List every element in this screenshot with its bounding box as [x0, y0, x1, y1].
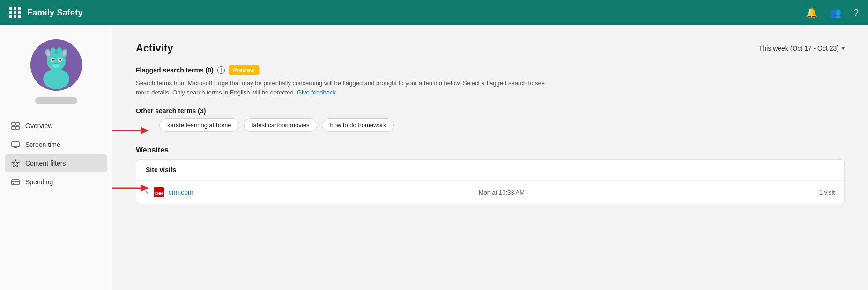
topbar: Family Safety 🔔 👥 ? [0, 0, 868, 25]
give-feedback-link[interactable]: Give feedback [297, 89, 336, 96]
sidebar-spending-label: Spending [25, 178, 53, 186]
svg-marker-28 [141, 127, 149, 134]
help-icon[interactable]: ? [853, 7, 859, 18]
nav-items: Overview Screen time [0, 117, 112, 192]
content-area: Activity This week (Oct 17 - Oct 23) ▾ F… [112, 25, 868, 290]
content-filters-icon [11, 159, 20, 167]
username-blur [35, 97, 77, 104]
svg-point-16 [57, 47, 62, 54]
chevron-down-icon: ▾ [842, 45, 845, 51]
grid-icon[interactable] [9, 7, 21, 18]
app-title: Family Safety [27, 8, 83, 18]
websites-section: Websites Site visits › CNN cnn.com Mon a… [136, 146, 845, 204]
websites-title: Websites [136, 146, 845, 154]
activity-title: Activity [136, 42, 173, 54]
sidebar: Overview Screen time [0, 25, 112, 290]
activity-header: Activity This week (Oct 17 - Oct 23) ▾ [136, 42, 845, 54]
overview-icon [11, 122, 20, 130]
cnn-favicon: CNN [154, 187, 164, 197]
other-search-label: Other search terms (3) [136, 107, 845, 115]
other-search-label-text: Other search terms (3) [136, 107, 206, 115]
search-tag-0[interactable]: karate learning at home [159, 118, 239, 132]
flagged-label-text: Flagged search terms (0) [136, 66, 214, 74]
week-label: This week (Oct 17 - Oct 23) [759, 44, 839, 52]
avatar [30, 39, 82, 91]
other-search-section: Other search terms (3) karate learning a… [136, 107, 845, 132]
screen-time-icon [11, 140, 20, 149]
svg-point-13 [52, 64, 60, 68]
avatar-illustration [30, 39, 82, 91]
bell-icon[interactable]: 🔔 [806, 7, 817, 18]
table-row: › CNN cnn.com Mon at 10:33 AM 1 visit [136, 181, 844, 204]
site-visits-count: 1 visit [613, 189, 835, 196]
topbar-right: 🔔 👥 ? [806, 7, 859, 18]
svg-point-10 [52, 59, 54, 61]
sidebar-overview-label: Overview [25, 122, 52, 130]
info-icon[interactable]: i [217, 66, 225, 74]
svg-point-11 [59, 59, 61, 61]
search-tags: karate learning at home latest cartoon m… [159, 118, 845, 132]
svg-rect-17 [12, 122, 15, 125]
search-tag-2[interactable]: how to do homework [322, 118, 394, 132]
week-selector[interactable]: This week (Oct 17 - Oct 23) ▾ [759, 44, 845, 52]
expand-icon[interactable]: › [146, 188, 148, 196]
svg-rect-20 [16, 126, 19, 130]
svg-rect-18 [16, 122, 19, 125]
main-layout: Overview Screen time [0, 25, 868, 290]
svg-rect-21 [12, 142, 19, 147]
svg-point-15 [51, 47, 55, 54]
site-time: Mon at 10:33 AM [391, 189, 613, 196]
spending-icon [11, 178, 20, 186]
svg-rect-24 [12, 180, 19, 185]
sidebar-item-screen-time[interactable]: Screen time [5, 136, 107, 153]
flagged-description: Search terms from Microsoft Edge that ma… [136, 79, 557, 97]
sidebar-item-content-filters[interactable]: Content filters [5, 154, 107, 172]
search-tag-1[interactable]: latest cartoon movies [244, 118, 318, 132]
red-arrow-1 [112, 121, 150, 140]
people-icon[interactable]: 👥 [830, 7, 841, 18]
sidebar-item-spending[interactable]: Spending [5, 173, 107, 191]
svg-text:CNN: CNN [155, 191, 163, 196]
site-link[interactable]: cnn.com [169, 188, 391, 196]
svg-point-26 [13, 183, 14, 184]
site-visits-card: Site visits › CNN cnn.com Mon at 10:33 A… [136, 159, 845, 204]
svg-rect-19 [12, 126, 15, 130]
preview-badge[interactable]: Preview [229, 65, 259, 75]
topbar-left: Family Safety [9, 7, 806, 18]
sidebar-screen-time-label: Screen time [25, 141, 60, 148]
flagged-section-label: Flagged search terms (0) i Preview [136, 65, 845, 75]
site-visits-header: Site visits [136, 160, 844, 181]
sidebar-content-filters-label: Content filters [25, 160, 66, 167]
sidebar-item-overview[interactable]: Overview [5, 117, 107, 135]
